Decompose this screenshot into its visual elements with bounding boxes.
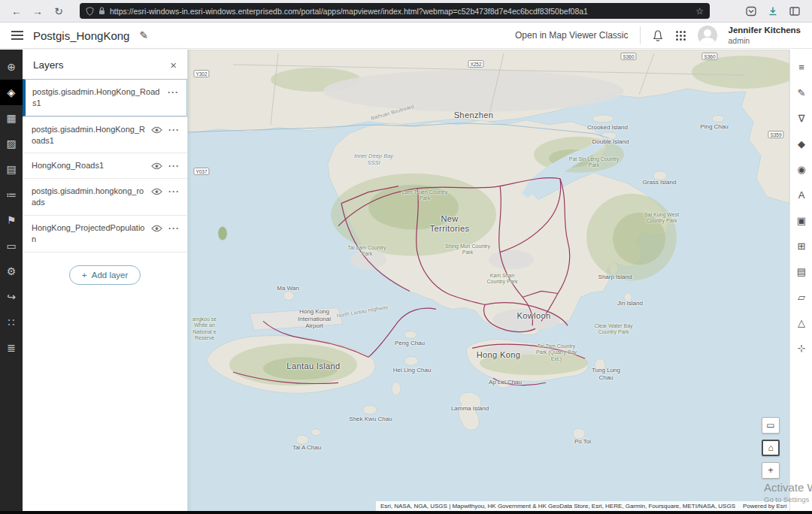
layer-label: HongKong_ProjectedPopulation [32, 222, 147, 245]
add-layer-button[interactable]: + Add layer [69, 265, 141, 285]
layer-options-icon[interactable]: ··· [168, 162, 180, 171]
nav-apps-icon[interactable]: ∷ [0, 310, 23, 335]
download-icon[interactable] [768, 6, 778, 17]
browser-toolbar-icons [746, 6, 800, 17]
user-info: Jennifer Kitchens admin [729, 26, 801, 44]
layer-actions: ··· [151, 222, 180, 233]
layer-options-icon[interactable]: ··· [168, 187, 180, 196]
back-button[interactable]: ← [8, 5, 26, 17]
address-bar[interactable]: https://esri-windows-in.esri-windows.ent… [80, 3, 710, 19]
layers-panel-title: Layers [33, 59, 64, 71]
nav-bookmarks-icon[interactable]: ⚑ [0, 207, 23, 233]
notifications-bell-icon[interactable] [652, 29, 664, 42]
layer-item[interactable]: HongKong_Roads1··· [23, 153, 187, 178]
nav-add-icon[interactable]: ⊕ [0, 54, 23, 80]
map-controls: ▭⌂+ [762, 417, 780, 479]
layer-label: postgis.gisadmin.hongkong_roads [32, 186, 147, 208]
tool-fields-icon[interactable]: ⊞ [790, 233, 812, 259]
header-divider [640, 26, 641, 44]
nav-layers-icon[interactable]: ◈ [0, 80, 23, 105]
user-name: Jennifer Kitchens [729, 26, 801, 35]
shield-permissions-icon[interactable] [86, 7, 94, 16]
tool-aggregation-icon[interactable]: ◉ [790, 156, 812, 182]
layer-actions: ··· [151, 160, 180, 171]
tool-filter-icon[interactable]: ∇ [790, 105, 812, 131]
app-launcher-grid-icon[interactable] [675, 30, 686, 41]
visibility-eye-icon[interactable] [151, 162, 162, 170]
home-button[interactable]: ⌂ [762, 440, 780, 456]
tool-edit-icon[interactable]: ▱ [790, 284, 812, 310]
edit-title-icon[interactable]: ✎ [139, 29, 148, 41]
layer-actions: ··· [151, 124, 180, 135]
close-icon[interactable]: × [170, 59, 177, 71]
layer-actions: ··· [151, 186, 180, 196]
tool-styles-icon[interactable]: ✎ [790, 80, 812, 105]
layer-options-icon[interactable]: ··· [168, 224, 180, 233]
tool-forms-icon[interactable]: ▤ [790, 259, 812, 284]
nav-share-icon[interactable]: ↪ [0, 284, 23, 310]
left-rail: ⊕◈▦▨▤≔⚑▭⚙↪∷≣ [0, 50, 23, 511]
forward-button[interactable]: → [29, 5, 47, 17]
nav-tables-icon[interactable]: ▦ [0, 105, 23, 131]
layers-list: postgis.gisadmin.HongKong_Roads1···postg… [23, 79, 187, 252]
browser-chrome: ← → ↻ https://esri-windows-in.esri-windo… [0, 0, 812, 23]
sidebar-toggle-icon[interactable] [789, 6, 800, 17]
reload-button[interactable]: ↻ [50, 5, 68, 17]
layer-actions: ··· [168, 86, 179, 97]
user-avatar[interactable] [698, 26, 717, 45]
open-classic-link[interactable]: Open in Map Viewer Classic [515, 30, 629, 41]
map-canvas[interactable]: ShenzhenNew TerritoriesKowloonHong KongL… [188, 50, 789, 511]
main-area: ⊕◈▦▨▤≔⚑▭⚙↪∷≣ Layers × postgis.gisadmin.H… [0, 50, 812, 511]
layer-options-icon[interactable]: ··· [168, 125, 180, 135]
taskbar-edge [0, 511, 812, 514]
nav-print-icon[interactable]: ≣ [0, 335, 23, 361]
tool-labels-icon[interactable]: A [790, 182, 812, 207]
map-attribution: Esri, NASA, NGA, USGS | Mapwithyou, HK G… [376, 501, 789, 511]
layer-item[interactable]: postgis.gisadmin.HongKong_Roads1··· [23, 116, 187, 153]
tool-tools-icon[interactable]: ⊹ [790, 335, 812, 361]
tool-effects-icon[interactable]: ◆ [790, 131, 812, 156]
lock-icon [98, 7, 105, 15]
nav-map-properties-icon[interactable]: ⚙ [0, 259, 23, 284]
pocket-save-icon[interactable] [746, 6, 756, 17]
powered-by-esri: Powered by Esri [743, 503, 786, 509]
nav-save-icon[interactable]: ▭ [0, 233, 23, 259]
layer-label: postgis.gisadmin.HongKong_Roads1 [32, 86, 163, 109]
menu-hamburger-icon[interactable] [11, 31, 23, 40]
layer-options-icon[interactable]: ··· [168, 88, 179, 97]
feature-info-button[interactable]: ▭ [762, 417, 780, 434]
visibility-eye-icon[interactable] [151, 225, 162, 232]
bookmark-star-icon[interactable]: ☆ [695, 6, 704, 17]
tool-properties-icon[interactable]: ≡ [790, 54, 812, 80]
layer-item[interactable]: postgis.gisadmin.HongKong_Roads1··· [23, 79, 187, 116]
attribution-text: Esri, NASA, NGA, USGS | Mapwithyou, HK G… [380, 503, 735, 509]
app-header: Postgis_HongKong ✎ Open in Map Viewer Cl… [0, 23, 812, 49]
url-text: https://esri-windows-in.esri-windows.ent… [110, 7, 691, 16]
layer-label: HongKong_Roads1 [32, 160, 147, 171]
nav-basemap-icon[interactable]: ▨ [0, 131, 23, 156]
zoom-in-button[interactable]: + [762, 462, 780, 479]
visibility-eye-icon[interactable] [151, 188, 162, 195]
header-right-group: Open in Map Viewer Classic Jennifer Kitc… [515, 26, 801, 45]
layer-label: postgis.gisadmin.HongKong_Roads1 [32, 124, 147, 147]
layer-item[interactable]: HongKong_ProjectedPopulation··· [23, 215, 187, 252]
nav-charts-icon[interactable]: ▤ [0, 156, 23, 182]
page-title: Postgis_HongKong [33, 29, 129, 42]
layer-item[interactable]: postgis.gisadmin.hongkong_roads··· [23, 178, 187, 215]
right-rail: ≡✎∇◆◉A▣⊞▤▱△⊹ [789, 50, 812, 511]
tool-sketch-icon[interactable]: △ [790, 310, 812, 335]
tool-popups-icon[interactable]: ▣ [790, 207, 812, 233]
nav-legend-icon[interactable]: ≔ [0, 182, 23, 207]
map-graphics [188, 50, 789, 511]
layers-panel: Layers × postgis.gisadmin.HongKong_Roads… [23, 50, 188, 511]
user-role: admin [729, 36, 801, 45]
visibility-eye-icon[interactable] [151, 126, 162, 134]
